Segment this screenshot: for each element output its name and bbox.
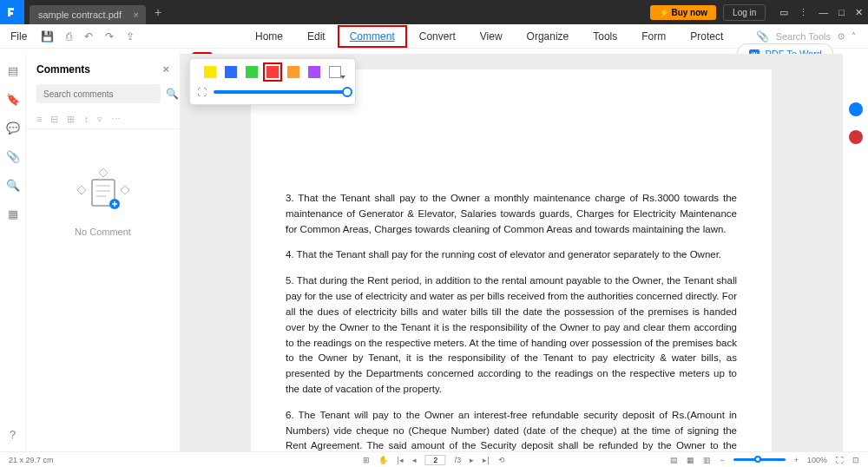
opacity-slider[interactable]	[214, 90, 348, 94]
titlebar: sample contract.pdf × + ⚡ Buy now Log in…	[0, 0, 868, 24]
view-mode-3[interactable]: ▥	[703, 456, 711, 464]
page-dimensions: 21 x 29.7 cm	[9, 456, 54, 464]
zoom-value[interactable]: 100%	[807, 456, 827, 464]
tab-title: sample contract.pdf	[38, 10, 122, 20]
view-mode-2[interactable]: ▦	[687, 456, 694, 464]
collapse-icon[interactable]: ⊙	[838, 31, 845, 41]
paragraph-4: 4. That the Tenant shall pay for the run…	[286, 247, 737, 263]
document-tab[interactable]: sample contract.pdf ×	[30, 5, 146, 24]
zoom-slider[interactable]	[733, 458, 786, 461]
thumbnails-icon[interactable]: ▤	[8, 64, 18, 77]
color-purple[interactable]	[308, 66, 320, 78]
tab-home[interactable]: Home	[243, 25, 295, 48]
fit-icon[interactable]: ⊞	[363, 456, 370, 464]
share-icon[interactable]: ⇪	[126, 30, 135, 43]
rotate-icon[interactable]: ⟲	[498, 456, 505, 464]
tab-convert[interactable]: Convert	[407, 25, 468, 48]
more-icon[interactable]: ⋮	[799, 7, 808, 18]
filter-1[interactable]: ≡	[36, 114, 42, 125]
comment-filters: ≡ ⊟ ⊞ ↕ ▿ ⋯	[26, 110, 180, 129]
prev-page-icon[interactable]: ◂	[412, 456, 417, 464]
minimize-icon[interactable]: —	[819, 7, 828, 18]
empty-state: No Comment	[26, 164, 180, 237]
search-rail-icon[interactable]: 🔍	[6, 179, 20, 192]
fit-width-icon[interactable]: ⊡	[852, 456, 859, 464]
svg-marker-4	[121, 186, 129, 194]
svg-marker-3	[77, 186, 86, 194]
last-page-icon[interactable]: ▸|	[483, 456, 489, 464]
paragraph-5: 5. That during the Rent period, in addit…	[286, 273, 737, 398]
tab-edit[interactable]: Edit	[295, 25, 338, 48]
right-rail	[842, 54, 868, 451]
comments-rail-icon[interactable]: 💬	[6, 122, 20, 135]
search-icon[interactable]: 🔍	[166, 88, 179, 100]
tab-view[interactable]: View	[468, 25, 515, 48]
tab-form[interactable]: Form	[629, 25, 678, 48]
comments-search-input[interactable]	[36, 84, 161, 103]
tab-tools[interactable]: Tools	[581, 25, 629, 48]
close-icon[interactable]: ×	[134, 10, 139, 20]
left-rail: ▤ 🔖 💬 📎 🔍 ▦ ?	[0, 54, 26, 451]
color-custom[interactable]	[329, 66, 341, 78]
comments-title: Comments	[36, 63, 90, 76]
hand-icon[interactable]: ✋	[378, 456, 388, 464]
empty-text: No Comment	[75, 227, 131, 237]
paragraph-3: 3. That the Tenant shall pay to the Owne…	[286, 191, 737, 237]
view-mode-1[interactable]: ▤	[670, 456, 678, 464]
fields-icon[interactable]: ▦	[8, 207, 18, 220]
redo-icon[interactable]: ↷	[105, 30, 114, 43]
menubar: File 💾 ⎙ ↶ ↷ ⇪ Home Edit Comment Convert…	[0, 24, 868, 49]
help-icon[interactable]: ?	[10, 428, 16, 441]
filter-6[interactable]: ⋯	[111, 114, 121, 125]
comments-panel: Comments × 🔍 ≡ ⊟ ⊞ ↕ ▿ ⋯ No Comment	[26, 54, 181, 451]
tab-protect[interactable]: Protect	[678, 25, 735, 48]
color-orange[interactable]	[287, 66, 299, 78]
maximize-icon[interactable]: □	[838, 7, 845, 18]
search-tools-input[interactable]: Search Tools	[776, 31, 831, 42]
new-tab-button[interactable]: +	[155, 5, 161, 19]
undo-icon[interactable]: ↶	[84, 30, 93, 43]
close-panel-icon[interactable]: ×	[162, 62, 169, 76]
color-red[interactable]	[266, 66, 279, 78]
color-green[interactable]	[246, 66, 258, 78]
window-menu-icon[interactable]: ▭	[779, 7, 788, 18]
menu-tabs: Home Edit Comment Convert View Organize …	[243, 25, 735, 48]
slider-thumb[interactable]	[342, 87, 352, 97]
empty-comments-icon	[73, 164, 134, 216]
tab-comment[interactable]: Comment	[338, 25, 407, 48]
filter-3[interactable]: ⊞	[67, 114, 75, 125]
login-button[interactable]: Log in	[723, 4, 766, 21]
color-yellow[interactable]	[204, 66, 216, 78]
filter-4[interactable]: ↕	[83, 114, 89, 125]
tab-organize[interactable]: Organize	[515, 25, 582, 48]
document-viewport[interactable]: 3. That the Tenant shall pay to the Owne…	[181, 54, 842, 451]
fullscreen-icon[interactable]: ⛶	[836, 456, 844, 464]
file-menu[interactable]: File	[0, 30, 37, 43]
filter-5[interactable]: ▿	[97, 114, 102, 125]
svg-marker-2	[99, 168, 108, 177]
zoom-out-icon[interactable]: −	[720, 456, 724, 464]
page-number-input[interactable]	[425, 455, 446, 465]
expand-icon[interactable]: ˄	[852, 31, 856, 41]
statusbar: 21 x 29.7 cm ⊞ ✋ |◂ ◂ /3 ▸ ▸| ⟲ ▤ ▦ ▥ − …	[0, 451, 868, 467]
buy-now-button[interactable]: ⚡ Buy now	[650, 5, 716, 20]
ai-tool-icon[interactable]	[849, 102, 863, 116]
filter-2[interactable]: ⊟	[50, 114, 58, 125]
close-window-icon[interactable]: ✕	[855, 7, 863, 18]
expand-icon[interactable]: ⛶	[197, 87, 207, 97]
save-icon[interactable]: 💾	[41, 30, 54, 43]
highlighter-panel: ⛶	[189, 58, 356, 105]
zoom-in-icon[interactable]: +	[794, 456, 799, 464]
bookmarks-icon[interactable]: 🔖	[6, 93, 20, 106]
next-page-icon[interactable]: ▸	[470, 456, 474, 464]
color-blue[interactable]	[225, 66, 237, 78]
window-controls: ▭ ⋮ — □ ✕	[779, 7, 863, 18]
zoom-thumb[interactable]	[754, 456, 761, 463]
attachment-icon[interactable]: 📎	[756, 30, 769, 43]
app-logo[interactable]	[0, 0, 24, 24]
color-swatches	[197, 66, 348, 78]
first-page-icon[interactable]: |◂	[397, 456, 403, 464]
word-tool-icon[interactable]	[849, 130, 863, 144]
attachments-icon[interactable]: 📎	[6, 150, 20, 163]
print-icon[interactable]: ⎙	[66, 30, 72, 43]
